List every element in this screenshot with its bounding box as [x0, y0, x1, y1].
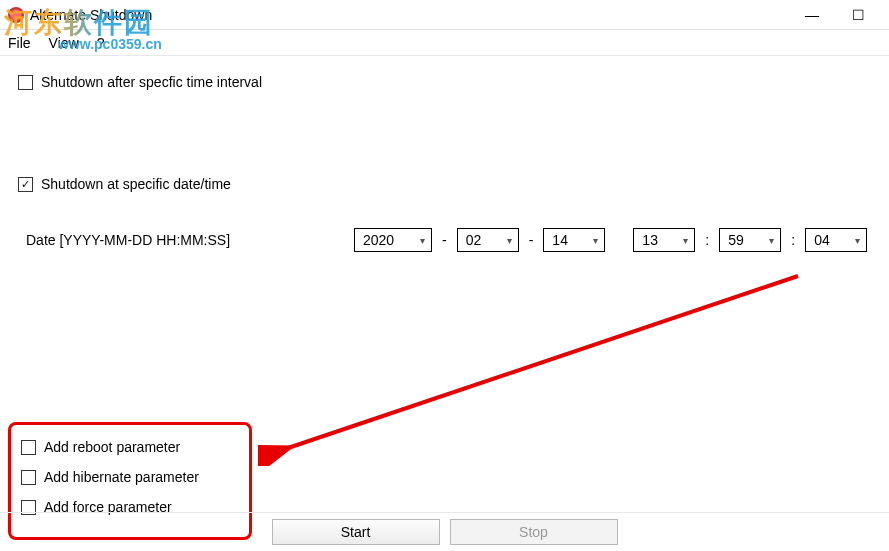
date-sep-2: - [529, 232, 534, 248]
chevron-down-icon: ▾ [683, 235, 688, 246]
hibernate-param-label: Add hibernate parameter [44, 469, 199, 485]
hibernate-param-row: Add hibernate parameter [21, 469, 239, 485]
time-sep-1: : [705, 232, 709, 248]
menubar: File View ? [0, 30, 889, 56]
shutdown-datetime-label: Shutdown at specific date/time [41, 176, 231, 192]
second-select[interactable]: 04 ▾ [805, 228, 867, 252]
shutdown-interval-label: Shutdown after specfic time interval [41, 74, 262, 90]
minimize-button[interactable]: — [789, 0, 835, 30]
chevron-down-icon: ▾ [855, 235, 860, 246]
maximize-button[interactable]: ☐ [835, 0, 881, 30]
hour-value: 13 [642, 232, 658, 248]
chevron-down-icon: ▾ [507, 235, 512, 246]
annotation-arrow [258, 266, 818, 466]
stop-button: Stop [450, 519, 618, 545]
year-value: 2020 [363, 232, 394, 248]
date-row: Date [YYYY-MM-DD HH:MM:SS] 2020 ▾ - 02 ▾… [18, 228, 871, 252]
chevron-down-icon: ▾ [769, 235, 774, 246]
day-value: 14 [552, 232, 568, 248]
shutdown-datetime-row: Shutdown at specific date/time [18, 176, 871, 192]
start-button[interactable]: Start [272, 519, 440, 545]
hour-select[interactable]: 13 ▾ [633, 228, 695, 252]
time-sep-2: : [791, 232, 795, 248]
chevron-down-icon: ▾ [593, 235, 598, 246]
date-format-label: Date [YYYY-MM-DD HH:MM:SS] [18, 232, 354, 248]
second-value: 04 [814, 232, 830, 248]
minute-value: 59 [728, 232, 744, 248]
footer: Start Stop [0, 512, 889, 551]
app-icon [8, 7, 24, 23]
menu-help[interactable]: ? [97, 35, 105, 51]
content-area: Shutdown after specfic time interval Shu… [0, 56, 889, 551]
shutdown-interval-checkbox[interactable] [18, 75, 33, 90]
reboot-param-label: Add reboot parameter [44, 439, 180, 455]
hibernate-param-checkbox[interactable] [21, 470, 36, 485]
menu-view[interactable]: View [49, 35, 79, 51]
date-sep-1: - [442, 232, 447, 248]
reboot-param-checkbox[interactable] [21, 440, 36, 455]
reboot-param-row: Add reboot parameter [21, 439, 239, 455]
titlebar: Alternate Shutdown — ☐ [0, 0, 889, 30]
window-title: Alternate Shutdown [30, 7, 152, 23]
year-select[interactable]: 2020 ▾ [354, 228, 432, 252]
minute-select[interactable]: 59 ▾ [719, 228, 781, 252]
shutdown-datetime-checkbox[interactable] [18, 177, 33, 192]
month-value: 02 [466, 232, 482, 248]
shutdown-interval-row: Shutdown after specfic time interval [18, 74, 871, 90]
menu-file[interactable]: File [8, 35, 31, 51]
svg-line-1 [288, 276, 798, 448]
chevron-down-icon: ▾ [420, 235, 425, 246]
day-select[interactable]: 14 ▾ [543, 228, 605, 252]
month-select[interactable]: 02 ▾ [457, 228, 519, 252]
